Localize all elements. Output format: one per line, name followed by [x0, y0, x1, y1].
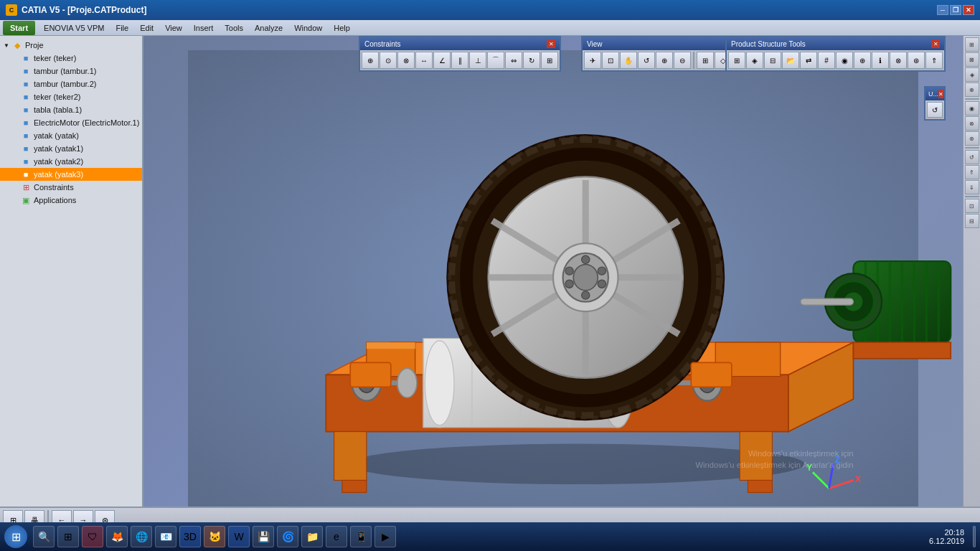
small-panel-close[interactable]: ✕: [938, 90, 943, 98]
contact-btn[interactable]: ⊙: [380, 52, 397, 69]
expand-icon: [11, 158, 19, 165]
parallel-btn[interactable]: ∥: [451, 52, 468, 69]
rt-btn-8[interactable]: ↺: [965, 150, 979, 164]
graph-btn[interactable]: ⊕: [854, 52, 871, 69]
tree-item-yatak3[interactable]: ■ yatak (yatak3): [0, 168, 142, 181]
pan-btn[interactable]: ✋: [620, 52, 637, 69]
expand-icon: [11, 171, 19, 178]
menu-tools[interactable]: Tools: [219, 21, 249, 35]
product-toolbar-close[interactable]: ✕: [931, 39, 940, 48]
tree-item-yatak[interactable]: ■ yatak (yatak): [0, 129, 142, 142]
taskbar-files[interactable]: 📁: [301, 526, 323, 547]
perpendicular-btn[interactable]: ⊥: [469, 52, 486, 69]
minimize-btn[interactable]: ─: [937, 5, 948, 15]
taskbar-3dsmax[interactable]: 3D: [179, 526, 201, 547]
show-desktop-btn[interactable]: [973, 526, 976, 547]
properties-btn[interactable]: ℹ: [872, 52, 889, 69]
tree-item-teker1[interactable]: ■ teker (teker): [0, 52, 142, 65]
tree-item-tambur1[interactable]: ■ tambur (tambur.1): [0, 65, 142, 77]
tree-label-teker2: teker (teker2): [34, 93, 80, 101]
normal-view-btn[interactable]: ⊞: [697, 52, 714, 69]
new-component-btn[interactable]: ⊟: [764, 52, 781, 69]
tree-item-tambur2[interactable]: ■ tambur (tambur.2): [0, 77, 142, 90]
restore-btn[interactable]: ❐: [950, 5, 961, 15]
close-btn[interactable]: ✕: [963, 5, 974, 15]
taskbar-search[interactable]: 🔍: [33, 526, 55, 547]
menu-view[interactable]: View: [159, 21, 188, 35]
menu-edit[interactable]: Edit: [134, 21, 159, 35]
distance-btn[interactable]: ⇔: [505, 52, 522, 69]
tangent-btn[interactable]: ⌒: [487, 52, 504, 69]
fit-all-btn[interactable]: ⊡: [602, 52, 619, 69]
rt-btn-1[interactable]: ⊞: [965, 37, 979, 52]
tree-item-teker2[interactable]: ■ teker (teker2): [0, 90, 142, 103]
taskbar-edge[interactable]: 🌐: [131, 526, 152, 547]
taskbar-word[interactable]: W: [228, 526, 250, 547]
menu-window[interactable]: Window: [288, 21, 328, 35]
taskbar-scratch[interactable]: 🐱: [204, 526, 225, 547]
zoom-in-btn[interactable]: ⊕: [656, 52, 673, 69]
publish-btn[interactable]: ⇑: [925, 52, 943, 69]
viewport[interactable]: Constraints ✕ ⊕ ⊙ ⊗ ↔ ∠ ∥ ⊥ ⌒ ⇔ ↻ ⊞ View…: [143, 36, 963, 507]
taskbar-drive[interactable]: 💾: [253, 526, 274, 547]
constraints-toolbar-titlebar[interactable]: Constraints ✕: [360, 37, 560, 50]
small-panel-titlebar[interactable]: U... ✕: [925, 88, 944, 100]
taskbar-norton[interactable]: 🛡: [82, 526, 103, 547]
tree-item-constraints[interactable]: ⊞ Constraints: [0, 181, 142, 194]
menu-analyze[interactable]: Analyze: [249, 21, 288, 35]
menu-insert[interactable]: Insert: [188, 21, 220, 35]
zoom-out-btn[interactable]: ⊖: [674, 52, 691, 69]
material-btn[interactable]: ◉: [836, 52, 853, 69]
taskbar-taskview[interactable]: ⊞: [57, 526, 79, 547]
taskbar-chrome[interactable]: 🌀: [277, 526, 298, 547]
start-button[interactable]: [4, 525, 27, 548]
tree-item-motor[interactable]: ■ ElectricMotor (ElectricMotor.1): [0, 116, 142, 129]
fly-btn[interactable]: ✈: [584, 52, 601, 69]
rt-btn-2[interactable]: ⊠: [965, 52, 979, 67]
new-product-btn[interactable]: ⊞: [728, 52, 745, 69]
taskbar-viber[interactable]: 📱: [350, 526, 372, 547]
tree-item-applications[interactable]: ▣ Applications: [0, 194, 142, 207]
menu-file[interactable]: File: [110, 21, 134, 35]
tree-item-yatak2[interactable]: ■ yatak (yatak2): [0, 155, 142, 168]
coincidence-btn[interactable]: ⊗: [397, 52, 415, 69]
rt-btn-5[interactable]: ◉: [965, 101, 979, 116]
rt-btn-10[interactable]: ⇓: [965, 180, 979, 194]
rt-btn-6[interactable]: ⊗: [965, 116, 979, 131]
tree-item-yatak1[interactable]: ■ yatak (yatak1): [0, 142, 142, 155]
rt-btn-11[interactable]: ⊡: [965, 199, 979, 213]
taskbar-media[interactable]: ▶: [374, 526, 396, 547]
menu-start[interactable]: Start: [3, 21, 35, 35]
ps-constraints-btn[interactable]: ⊗: [890, 52, 907, 69]
new-part-btn[interactable]: ◈: [746, 52, 763, 69]
update-btn[interactable]: ↻: [523, 52, 540, 69]
rt-btn-3[interactable]: ◈: [965, 67, 979, 82]
svg-point-47: [598, 280, 606, 288]
taskbar-datetime[interactable]: 20:18 6.12.2019: [929, 528, 964, 545]
rt-btn-9[interactable]: ⇑: [965, 165, 979, 179]
number-btn[interactable]: #: [818, 52, 835, 69]
replace-btn[interactable]: ⇄: [800, 52, 817, 69]
small-panel-btn1[interactable]: ↺: [927, 102, 943, 118]
menu-help[interactable]: Help: [328, 21, 356, 35]
taskbar-ie[interactable]: e: [326, 526, 347, 547]
existing-btn[interactable]: 📂: [782, 52, 799, 69]
taskbar-outlook[interactable]: 📧: [155, 526, 176, 547]
generate-btn[interactable]: ⊛: [908, 52, 925, 69]
angle-btn[interactable]: ∠: [433, 52, 451, 69]
rt-btn-12[interactable]: ⊟: [965, 214, 979, 228]
dof-btn[interactable]: ⊞: [541, 52, 558, 69]
rotate-btn[interactable]: ↺: [638, 52, 655, 69]
offset-btn[interactable]: ↔: [415, 52, 433, 69]
svg-point-46: [565, 280, 573, 288]
tree-item-tabla[interactable]: ■ tabla (tabla.1): [0, 103, 142, 116]
fix-btn[interactable]: ⊕: [362, 52, 379, 69]
product-toolbar-titlebar[interactable]: Product Structure Tools ✕: [727, 37, 944, 50]
tree-item-proje[interactable]: ▼ ◆ Proje: [0, 39, 142, 52]
rt-btn-4[interactable]: ⊕: [965, 83, 979, 97]
menu-enovia[interactable]: ENOVIA V5 VPM: [38, 21, 110, 35]
constraints-toolbar-close[interactable]: ✕: [547, 39, 555, 48]
taskbar-app1[interactable]: 🦊: [106, 526, 128, 547]
rt-btn-7[interactable]: ⊛: [965, 131, 979, 146]
3d-viewport-model[interactable]: X Y Z Windows'u etkinleştirmek için Wind…: [143, 50, 963, 507]
